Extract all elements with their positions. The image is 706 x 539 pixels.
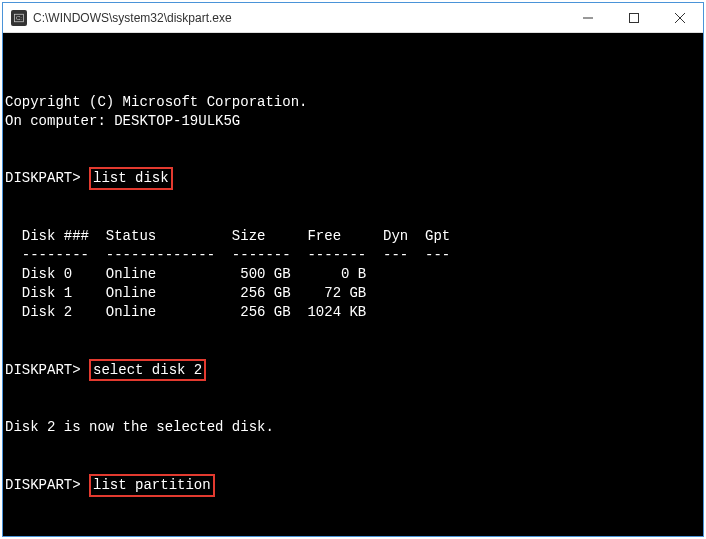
minimize-button[interactable] bbox=[565, 3, 611, 32]
prompt-line-1: DISKPART> list disk bbox=[5, 170, 173, 186]
disk-row: Disk 1 Online 256 GB 72 GB bbox=[5, 285, 366, 301]
computer-line: On computer: DESKTOP-19ULK5G bbox=[5, 113, 240, 129]
disk-table-header: Disk ### Status Size Free Dyn Gpt bbox=[5, 228, 450, 244]
titlebar: C: C:\WINDOWS\system32\diskpart.exe bbox=[3, 3, 703, 33]
window-controls bbox=[565, 3, 703, 32]
cmd-list-disk: list disk bbox=[89, 167, 173, 190]
prompt: DISKPART> bbox=[5, 362, 81, 378]
window-title: C:\WINDOWS\system32\diskpart.exe bbox=[33, 11, 565, 25]
partition-table-header: Partition ### Type Size Offset bbox=[5, 535, 425, 536]
app-icon: C: bbox=[11, 10, 27, 26]
select-disk-msg: Disk 2 is now the selected disk. bbox=[5, 419, 274, 435]
prompt: DISKPART> bbox=[5, 170, 81, 186]
close-icon bbox=[675, 13, 685, 23]
svg-text:C:: C: bbox=[16, 15, 22, 21]
disk-table-separator: -------- ------------- ------- ------- -… bbox=[5, 247, 450, 263]
maximize-button[interactable] bbox=[611, 3, 657, 32]
cmd-list-partition: list partition bbox=[89, 474, 215, 497]
prompt: DISKPART> bbox=[5, 477, 81, 493]
prompt-line-3: DISKPART> list partition bbox=[5, 477, 215, 493]
diskpart-window: C: C:\WINDOWS\system32\diskpart.exe Copy… bbox=[2, 2, 704, 537]
disk-row: Disk 0 Online 500 GB 0 B bbox=[5, 266, 366, 282]
close-button[interactable] bbox=[657, 3, 703, 32]
maximize-icon bbox=[629, 13, 639, 23]
terminal-output[interactable]: Copyright (C) Microsoft Corporation. On … bbox=[3, 33, 703, 536]
disk-row: Disk 2 Online 256 GB 1024 KB bbox=[5, 304, 366, 320]
copyright-line: Copyright (C) Microsoft Corporation. bbox=[5, 94, 307, 110]
svg-rect-3 bbox=[630, 13, 639, 22]
prompt-line-2: DISKPART> select disk 2 bbox=[5, 362, 206, 378]
cmd-select-disk: select disk 2 bbox=[89, 359, 206, 382]
minimize-icon bbox=[583, 13, 593, 23]
